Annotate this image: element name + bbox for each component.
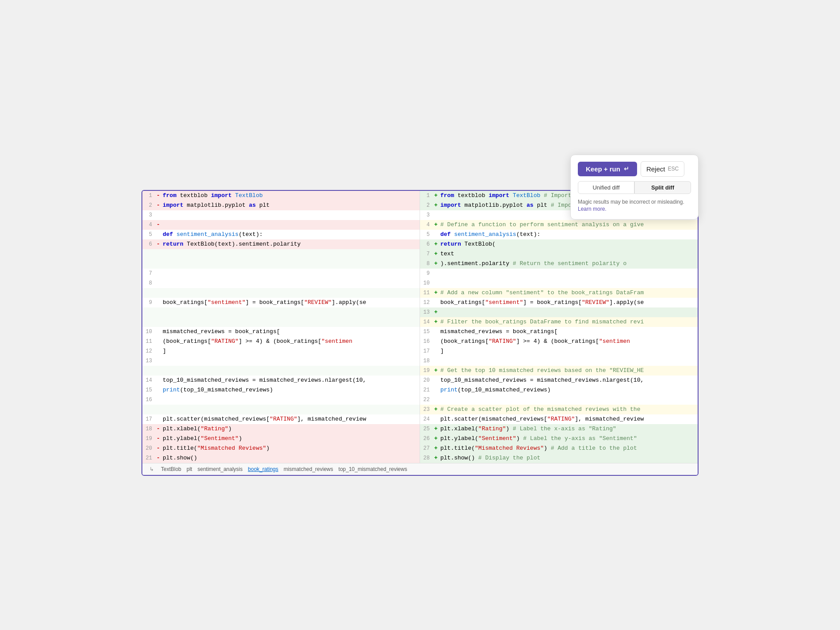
table-row: 4+# Define a function to perform sentime… xyxy=(420,220,698,230)
enter-icon: ↵ xyxy=(624,165,629,172)
line-content: # Add a new column "sentiment" to the bo… xyxy=(440,288,698,297)
line-number: 8 xyxy=(142,279,157,287)
table-row: 14+# Filter the book_ratings DataFrame t… xyxy=(420,317,698,327)
table-row: 17plt.scatter(mismatched_reviews["RATING… xyxy=(142,414,420,424)
line-content: # Define a function to perform sentiment… xyxy=(440,220,698,229)
line-number: 16 xyxy=(142,395,157,404)
diff-left: 1-from textblob import TextBlob2-import … xyxy=(142,191,420,463)
line-number: 14 xyxy=(420,318,434,326)
magic-notice: Magic results may be incorrect or mislea… xyxy=(578,198,691,213)
line-marker: + xyxy=(434,366,440,375)
table-row: 15print(top_10_mismatched_reviews) xyxy=(142,385,420,395)
learn-more-link[interactable]: Learn more. xyxy=(578,206,607,212)
line-number: 23 xyxy=(420,405,434,414)
table-row xyxy=(142,317,420,327)
table-row xyxy=(142,307,420,317)
status-item-plt[interactable]: plt xyxy=(187,466,192,472)
line-number: 26 xyxy=(420,434,434,443)
line-marker: + xyxy=(434,259,440,268)
line-marker: - xyxy=(157,425,163,433)
line-content: def sentiment_analysis(text): xyxy=(440,230,698,239)
line-number: 13 xyxy=(420,308,434,316)
line-marker: + xyxy=(434,240,440,249)
line-content: from textblob import TextBlob xyxy=(163,191,420,200)
line-content: plt.ylabel("Sentiment") xyxy=(163,434,420,443)
table-row: 18 xyxy=(420,356,698,366)
line-number xyxy=(142,318,157,318)
line-number: 7 xyxy=(142,269,157,277)
diff-toggle: Unified diff Split diff xyxy=(578,181,691,194)
table-row xyxy=(142,288,420,298)
line-number: 27 xyxy=(420,444,434,452)
line-marker: - xyxy=(157,434,163,443)
table-row: 5def sentiment_analysis(text): xyxy=(142,230,420,239)
unified-diff-button[interactable]: Unified diff xyxy=(578,181,634,194)
code-panel: 1-from textblob import TextBlob2-import … xyxy=(141,190,699,476)
line-number: 15 xyxy=(420,327,434,336)
line-number: 20 xyxy=(142,444,157,452)
line-number: 7 xyxy=(420,250,434,258)
line-number: 12 xyxy=(142,347,157,355)
line-number: 19 xyxy=(420,366,434,375)
line-number xyxy=(142,250,157,250)
table-row: 5def sentiment_analysis(text): xyxy=(420,230,698,239)
line-number: 9 xyxy=(420,269,434,277)
line-content: ] xyxy=(440,347,698,356)
line-content: return TextBlob( xyxy=(440,240,698,249)
line-number xyxy=(142,405,157,406)
line-content: plt.show() xyxy=(163,454,420,463)
status-arrow: ↳ xyxy=(149,466,154,472)
status-bar: ↳ TextBlob plt sentiment_analysis book_r… xyxy=(142,463,698,475)
table-row: 22 xyxy=(420,395,698,405)
line-number: 5 xyxy=(420,230,434,239)
status-item-mismatched-reviews[interactable]: mismatched_reviews xyxy=(284,466,333,472)
table-row: 16 (book_ratings["RATING"] >= 4) & (book… xyxy=(420,337,698,346)
table-row: 3 xyxy=(142,210,420,220)
line-number xyxy=(142,308,157,308)
line-number: 4 xyxy=(142,220,157,229)
line-content: plt.scatter(mismatched_reviews["RATING"]… xyxy=(163,415,420,424)
table-row: 13 xyxy=(142,356,420,366)
line-number: 25 xyxy=(420,425,434,433)
table-row: 9book_ratings["sentiment"] = book_rating… xyxy=(142,298,420,307)
line-content: plt.show() # Display the plot xyxy=(440,454,698,463)
line-number: 6 xyxy=(142,240,157,248)
status-item-top10[interactable]: top_10_mismatched_reviews xyxy=(339,466,407,472)
line-marker: + xyxy=(434,454,440,463)
table-row: 1-from textblob import TextBlob xyxy=(142,191,420,201)
line-number: 18 xyxy=(142,425,157,433)
table-row: 2-import matplotlib.pyplot as plt xyxy=(142,201,420,210)
table-row: 19+# Get the top 10 mismatched reviews b… xyxy=(420,366,698,376)
table-row: 19-plt.ylabel("Sentiment") xyxy=(142,434,420,444)
status-item-textblob[interactable]: TextBlob xyxy=(161,466,181,472)
line-marker: - xyxy=(157,220,163,229)
line-content: plt.title("Mismatched Reviews") # Add a … xyxy=(440,444,698,453)
line-content: import matplotlib.pyplot as plt xyxy=(163,201,420,210)
keep-run-button[interactable]: Keep + run ↵ xyxy=(578,162,637,176)
table-row: 10mismatched_reviews = book_ratings[ xyxy=(142,327,420,337)
reject-button[interactable]: Reject ESC xyxy=(641,161,684,177)
table-row: 21print(top_10_mismatched_reviews) xyxy=(420,385,698,395)
diff-container: 1-from textblob import TextBlob2-import … xyxy=(142,191,698,463)
line-number: 10 xyxy=(420,279,434,287)
table-row: 11+# Add a new column "sentiment" to the… xyxy=(420,288,698,298)
line-content: print(top_10_mismatched_reviews) xyxy=(163,386,420,395)
table-row: 16 xyxy=(142,395,420,405)
split-diff-button[interactable]: Split diff xyxy=(634,181,691,194)
line-content: plt.ylabel("Sentiment") # Label the y-ax… xyxy=(440,434,698,443)
line-number: 3 xyxy=(142,211,157,219)
line-content: mismatched_reviews = book_ratings[ xyxy=(440,327,698,336)
line-number: 11 xyxy=(142,337,157,345)
line-marker: + xyxy=(434,220,440,229)
table-row: 20-plt.title("Mismatched Reviews") xyxy=(142,444,420,453)
status-item-sentiment-analysis[interactable]: sentiment_analysis xyxy=(198,466,243,472)
line-number: 6 xyxy=(420,240,434,248)
line-content: def sentiment_analysis(text): xyxy=(163,230,420,239)
line-marker: + xyxy=(434,425,440,433)
line-number: 16 xyxy=(420,337,434,345)
line-number: 9 xyxy=(142,298,157,307)
line-marker: + xyxy=(434,434,440,443)
status-item-book-ratings[interactable]: book_ratings xyxy=(248,466,279,472)
line-content: # Create a scatter plot of the mismatche… xyxy=(440,405,698,414)
line-number: 10 xyxy=(142,327,157,336)
